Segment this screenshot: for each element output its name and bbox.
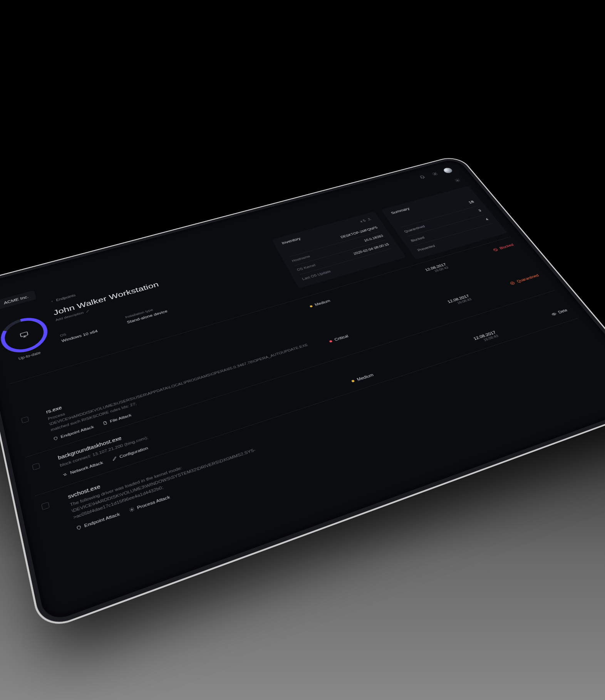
monitor-icon xyxy=(18,330,29,339)
svg-point-7 xyxy=(553,313,555,314)
app-screen: ACME Inc. Up-to-date xyxy=(0,165,605,605)
svg-rect-2 xyxy=(20,332,28,337)
row-checkbox[interactable] xyxy=(21,416,28,423)
status-ring xyxy=(0,313,51,358)
svg-point-6 xyxy=(511,282,513,284)
svg-point-8 xyxy=(131,509,132,510)
tablet-frame: ACME Inc. Up-to-date xyxy=(0,158,605,624)
svg-point-1 xyxy=(456,180,458,181)
company-name: ACME Inc. xyxy=(3,294,29,305)
shield-icon xyxy=(75,524,82,530)
status-cell-quarantined: Quarantined xyxy=(466,263,540,296)
svg-point-3 xyxy=(368,218,370,219)
summary-total: 18 xyxy=(467,200,475,204)
svg-point-5 xyxy=(509,281,515,285)
pencil-icon xyxy=(85,309,90,313)
inventory-title: Inventory xyxy=(281,236,301,245)
users-count: x 5 xyxy=(359,217,372,223)
chevron-left-icon xyxy=(50,300,54,303)
pencil-icon xyxy=(111,455,117,461)
gear-icon[interactable] xyxy=(430,171,440,176)
chevron-down-icon xyxy=(0,302,0,307)
severity-cell: Critical xyxy=(320,305,399,343)
swap-icon xyxy=(62,472,68,477)
status-ring-block: Up-to-date xyxy=(0,302,55,365)
svg-point-0 xyxy=(434,173,436,174)
quarantine-icon xyxy=(509,280,516,285)
user-icon xyxy=(366,217,372,221)
bell-icon[interactable] xyxy=(417,174,427,180)
date-cell: 12.08.2017 16:08:43 xyxy=(395,284,472,321)
row-checkbox[interactable] xyxy=(41,502,49,510)
file-icon xyxy=(102,420,108,425)
row-checkbox[interactable] xyxy=(32,462,40,470)
avatar[interactable] xyxy=(442,167,453,174)
summary-title: Summary xyxy=(390,206,411,215)
gear-icon xyxy=(128,506,135,512)
blocked-icon xyxy=(492,247,498,252)
eye-icon xyxy=(550,311,557,316)
page-gear-icon[interactable] xyxy=(452,177,462,183)
shield-icon xyxy=(52,435,59,441)
